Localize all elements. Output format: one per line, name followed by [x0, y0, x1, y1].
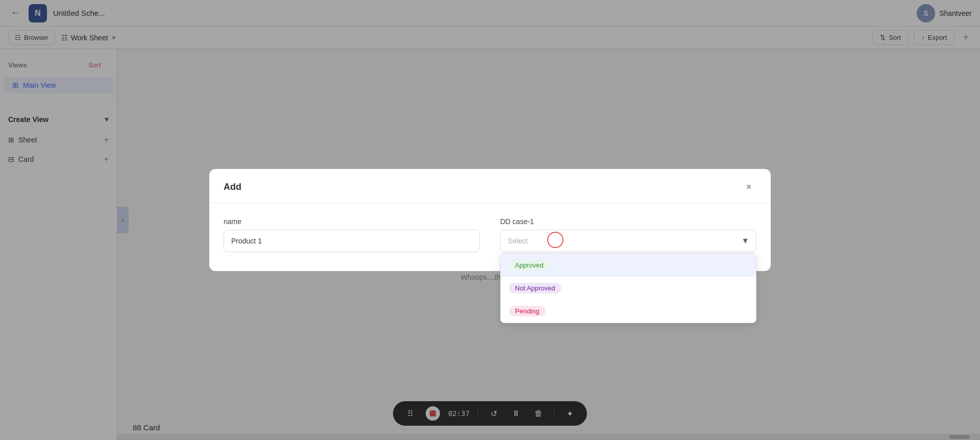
modal-header: Add ×: [209, 169, 771, 203]
name-input[interactable]: [224, 230, 480, 252]
not-approved-badge: Not Approved: [509, 283, 561, 294]
name-field-group: name: [224, 217, 480, 252]
dropdown-item-not-approved[interactable]: Not Approved: [501, 277, 756, 300]
name-field-label: name: [224, 217, 480, 226]
dropdown-menu: Approved Not Approved Pending: [500, 253, 756, 323]
dropdown-item-approved[interactable]: Approved: [501, 254, 756, 277]
dd-case-label: DD case-1: [500, 217, 756, 226]
modal-title: Add: [224, 182, 241, 192]
dd-case-field-group: DD case-1 Select ▼ Approved Not Approved: [500, 217, 756, 252]
dd-case-select[interactable]: Select: [500, 230, 756, 252]
modal-close-button[interactable]: ×: [741, 179, 756, 194]
select-placeholder-text: Select: [508, 237, 528, 245]
modal-body: name DD case-1 Select ▼ Approved: [209, 203, 771, 268]
approved-badge: Approved: [509, 260, 550, 271]
pending-badge: Pending: [509, 306, 546, 316]
dd-case-select-wrapper: Select ▼ Approved Not Approved Pending: [500, 230, 756, 252]
modal-overlay[interactable]: Add × name DD case-1 Select ▼: [0, 0, 980, 440]
dropdown-item-pending[interactable]: Pending: [501, 300, 756, 323]
add-modal: Add × name DD case-1 Select ▼: [209, 169, 771, 271]
